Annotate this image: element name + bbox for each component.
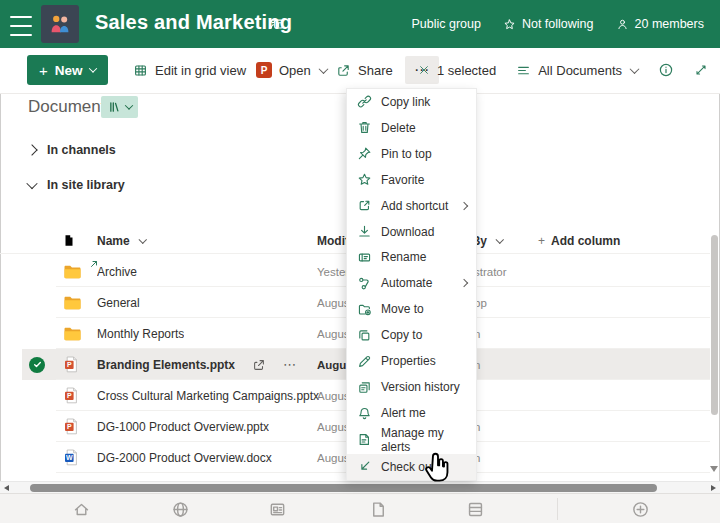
- file-name[interactable]: General: [97, 287, 140, 318]
- share-icon[interactable]: [252, 349, 266, 380]
- chevron-down-icon: [26, 178, 37, 189]
- folder-icon: [63, 264, 82, 280]
- selected-check-icon[interactable]: [29, 349, 45, 380]
- list-icon[interactable]: [465, 499, 485, 519]
- file-name[interactable]: DG-1000 Product Overview.pptx: [97, 411, 269, 442]
- menu-item-check-out[interactable]: Check out: [347, 454, 476, 480]
- move-icon: [357, 302, 372, 317]
- menu-item-alert-me[interactable]: Alert me: [347, 400, 476, 426]
- pin-icon: [357, 146, 372, 161]
- menu-item-move-to[interactable]: Move to: [347, 296, 476, 322]
- chevron-right-icon: [460, 279, 468, 287]
- menu-item-rename[interactable]: Rename: [347, 245, 476, 271]
- members-button[interactable]: 20 members: [616, 17, 704, 31]
- svg-text:P: P: [67, 361, 72, 368]
- menu-item-delete[interactable]: Delete: [347, 115, 476, 141]
- powerpoint-file-icon: P: [63, 418, 79, 435]
- details-button[interactable]: [658, 48, 674, 92]
- menu-item-label: Download: [381, 225, 434, 239]
- file-name[interactable]: Cross Cultural Marketing Campaigns.pptx: [97, 380, 319, 411]
- menu-item-label: Check out: [381, 460, 435, 474]
- not-following-button[interactable]: Not following: [503, 17, 594, 31]
- scroll-left-arrow[interactable]: [4, 485, 9, 491]
- copy-icon: [357, 328, 372, 343]
- pencil-icon: [357, 354, 372, 369]
- menu-item-automate[interactable]: Automate: [347, 270, 476, 296]
- menu-item-label: Pin to top: [381, 147, 432, 161]
- trash-icon: [357, 120, 372, 135]
- view-options-icon: [516, 63, 531, 78]
- add-icon[interactable]: [630, 499, 650, 519]
- bell-icon: [357, 406, 372, 421]
- chevron-right-icon: [460, 201, 468, 209]
- add-column-button[interactable]: + Add column: [538, 225, 620, 256]
- share-icon: [336, 63, 351, 78]
- teams-icon: [270, 16, 285, 31]
- folder-icon: [63, 326, 82, 342]
- edit-grid-view-button[interactable]: Edit in grid view: [133, 48, 246, 92]
- vertical-scrollbar-thumb[interactable]: [711, 235, 718, 415]
- powerpoint-file-icon: P: [63, 387, 79, 404]
- file-type-icon: [63, 287, 82, 318]
- menu-item-label: Version history: [381, 380, 460, 394]
- menu-item-properties[interactable]: Properties: [347, 348, 476, 374]
- menu-item-pin-to-top[interactable]: Pin to top: [347, 141, 476, 167]
- menu-item-label: Delete: [381, 121, 416, 135]
- folder-icon: [63, 295, 82, 311]
- rename-icon: [357, 250, 372, 265]
- menu-item-manage-my-alerts[interactable]: Manage my alerts: [347, 426, 476, 454]
- svg-text:W: W: [66, 454, 73, 461]
- menu-item-label: Rename: [381, 250, 426, 264]
- file-type-column-icon[interactable]: [62, 225, 76, 256]
- share-button[interactable]: Share: [336, 48, 393, 92]
- horizontal-scrollbar-thumb[interactable]: [30, 484, 657, 492]
- public-group-label: Public group: [411, 17, 481, 31]
- globe-icon[interactable]: [170, 499, 190, 519]
- info-icon: [658, 62, 674, 78]
- link-icon: [357, 94, 372, 109]
- tree-item-in-site-library[interactable]: In site library: [28, 178, 125, 192]
- menu-item-copy-link[interactable]: Copy link: [347, 89, 476, 115]
- file-name[interactable]: Archive: [97, 256, 137, 287]
- chevron-right-icon: [26, 144, 37, 155]
- name-column-header[interactable]: Name: [97, 225, 145, 256]
- scroll-right-arrow[interactable]: [711, 485, 716, 491]
- page-icon[interactable]: [368, 499, 388, 519]
- menu-item-label: Move to: [381, 302, 424, 316]
- chevron-down-icon: [630, 64, 640, 74]
- row-more-button[interactable]: ⋯: [283, 349, 297, 380]
- library-view-chip[interactable]: [101, 96, 138, 118]
- new-button[interactable]: + New: [27, 55, 108, 85]
- close-icon: [418, 64, 430, 76]
- open-button[interactable]: P Open: [256, 48, 327, 92]
- word-file-icon: W: [63, 449, 79, 466]
- site-logo[interactable]: [41, 5, 79, 43]
- file-name[interactable]: Branding Elements.pptx: [97, 349, 235, 380]
- chevron-down-icon: [496, 235, 504, 243]
- view-selector[interactable]: All Documents: [516, 48, 638, 92]
- hamburger-menu-icon[interactable]: [10, 14, 32, 38]
- sharepoint-library-window: Sales and Marketing Public group Not fol…: [0, 0, 720, 523]
- menu-item-version-history[interactable]: Version history: [347, 374, 476, 400]
- shortcut-icon: [357, 198, 372, 213]
- menu-item-add-shortcut[interactable]: Add shortcut: [347, 193, 476, 219]
- chevron-down-icon: [88, 64, 96, 72]
- history-icon: [357, 380, 372, 395]
- file-type-icon: [63, 256, 82, 287]
- scroll-down-arrow[interactable]: [710, 466, 718, 472]
- home-icon[interactable]: [71, 499, 91, 519]
- bottom-nav: [0, 493, 720, 523]
- menu-item-copy-to[interactable]: Copy to: [347, 322, 476, 348]
- file-name[interactable]: DG-2000 Product Overview.docx: [97, 442, 272, 473]
- powerpoint-app-icon: P: [256, 62, 272, 78]
- file-name[interactable]: Monthly Reports: [97, 318, 184, 349]
- menu-item-favorite[interactable]: Favorite: [347, 167, 476, 193]
- fullscreen-button[interactable]: [694, 48, 708, 92]
- tree-item-in-channels[interactable]: In channels: [28, 143, 116, 157]
- news-icon[interactable]: [267, 499, 287, 519]
- menu-item-download[interactable]: Download: [347, 219, 476, 245]
- manage-alerts-icon: [357, 432, 372, 447]
- library-icon: [107, 100, 121, 114]
- plus-icon: +: [39, 62, 48, 79]
- clear-selection-button[interactable]: 1 selected: [418, 48, 496, 92]
